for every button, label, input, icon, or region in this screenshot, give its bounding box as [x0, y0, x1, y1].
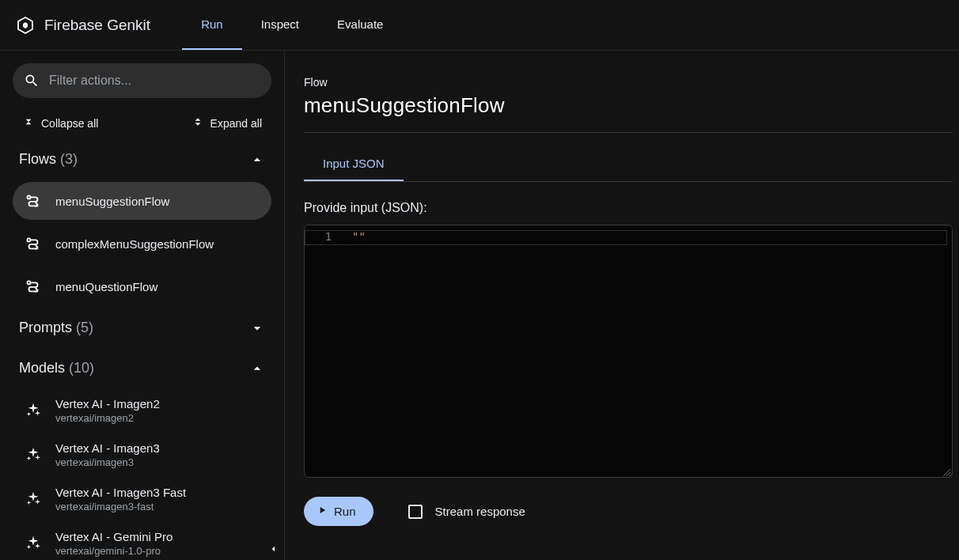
- flows-count: (3): [60, 151, 78, 167]
- sparkle-icon: [24, 490, 43, 509]
- play-icon: [317, 505, 328, 518]
- svg-marker-1: [23, 22, 28, 28]
- collapse-icon: [22, 115, 35, 131]
- stream-toggle[interactable]: Stream response: [408, 505, 525, 519]
- actions-row: Run Stream response: [304, 497, 959, 526]
- page-title: menuSuggestionFlow: [304, 93, 953, 133]
- brand-title: Firebase Genkit: [44, 17, 150, 34]
- model-name: Vertex AI - Imagen3 Fast: [55, 486, 186, 499]
- flow-item-label: menuQuestionFlow: [55, 280, 157, 293]
- model-id: vertexai/gemini-1.0-pro: [55, 545, 172, 557]
- expand-all-button[interactable]: Expand all: [191, 115, 262, 131]
- nav-tab-inspect[interactable]: Inspect: [242, 0, 318, 50]
- nav-tabs: Run Inspect Evaluate: [182, 0, 402, 50]
- model-item-imagen3[interactable]: Vertex AI - Imagen3 vertexai/imagen3: [13, 435, 271, 475]
- models-count: (10): [69, 360, 94, 376]
- search-wrapper: [13, 63, 271, 98]
- flow-item-label: complexMenuSuggestionFlow: [55, 237, 214, 251]
- flow-item-menuQuestionFlow[interactable]: menuQuestionFlow: [13, 267, 271, 305]
- model-item-imagen3-fast[interactable]: Vertex AI - Imagen3 Fast vertexai/imagen…: [13, 479, 271, 519]
- sidebar: Collapse all Expand all Flows (3): [0, 51, 285, 560]
- run-button[interactable]: Run: [304, 497, 373, 526]
- app-header: Firebase Genkit Run Inspect Evaluate: [0, 0, 959, 51]
- search-input[interactable]: [13, 63, 271, 98]
- checkbox-icon[interactable]: [408, 505, 423, 519]
- sparkle-icon: [24, 445, 43, 464]
- editor-content[interactable]: "": [352, 225, 952, 477]
- sparkle-icon: [24, 534, 43, 553]
- sidebar-collapse-handle[interactable]: [262, 538, 284, 560]
- editor-gutter: 1: [305, 225, 352, 477]
- kind-label: Flow: [304, 76, 959, 89]
- model-id: vertexai/imagen2: [55, 412, 160, 424]
- models-title: Models: [19, 360, 65, 376]
- expand-all-label: Expand all: [210, 117, 262, 130]
- chevron-up-icon: [249, 361, 265, 376]
- flow-icon: [24, 277, 43, 296]
- search-icon: [24, 73, 40, 89]
- inner-tabs: Input JSON: [304, 147, 953, 182]
- resize-handle-icon[interactable]: [941, 466, 950, 475]
- flow-icon: [24, 234, 43, 253]
- sparkle-icon: [24, 401, 43, 420]
- prompts-count: (5): [76, 320, 93, 335]
- firebase-genkit-logo-icon: [16, 16, 35, 35]
- json-editor[interactable]: 1 "": [304, 225, 953, 478]
- model-id: vertexai/imagen3-fast: [55, 501, 186, 513]
- chevron-up-icon: [249, 152, 265, 168]
- model-name: Vertex AI - Imagen3: [55, 441, 160, 455]
- model-name: Vertex AI - Imagen2: [55, 397, 160, 411]
- collapse-all-label: Collapse all: [41, 117, 98, 130]
- expand-controls: Collapse all Expand all: [13, 109, 271, 137]
- prompts-title: Prompts: [19, 320, 72, 335]
- line-number: 1: [305, 230, 352, 243]
- section-header-prompts[interactable]: Prompts (5): [13, 310, 271, 346]
- model-item-imagen2[interactable]: Vertex AI - Imagen2 vertexai/imagen2: [13, 391, 271, 430]
- nav-tab-evaluate[interactable]: Evaluate: [318, 0, 402, 50]
- model-id: vertexai/imagen3: [55, 456, 160, 468]
- brand: Firebase Genkit: [16, 16, 150, 35]
- input-label: Provide input (JSON):: [304, 201, 959, 215]
- flow-item-complexMenuSuggestionFlow[interactable]: complexMenuSuggestionFlow: [13, 225, 271, 263]
- nav-tab-run[interactable]: Run: [182, 0, 242, 50]
- model-item-gemini-pro[interactable]: Vertex AI - Gemini Pro vertexai/gemini-1…: [13, 524, 271, 560]
- flows-title: Flows: [19, 151, 56, 167]
- flow-item-label: menuSuggestionFlow: [55, 195, 169, 208]
- section-header-models[interactable]: Models (10): [13, 350, 271, 386]
- section-header-flows[interactable]: Flows (3): [13, 142, 271, 177]
- flow-icon: [24, 191, 43, 210]
- run-button-label: Run: [334, 505, 356, 518]
- stream-label: Stream response: [435, 505, 525, 518]
- collapse-all-button[interactable]: Collapse all: [22, 115, 98, 131]
- main-content: Flow menuSuggestionFlow Input JSON Provi…: [285, 51, 959, 560]
- chevron-down-icon: [249, 320, 265, 336]
- expand-icon: [191, 115, 204, 131]
- model-name: Vertex AI - Gemini Pro: [55, 530, 172, 543]
- editor-text: "": [352, 230, 366, 243]
- tab-input-json[interactable]: Input JSON: [304, 147, 404, 181]
- flow-item-menuSuggestionFlow[interactable]: menuSuggestionFlow: [13, 182, 271, 220]
